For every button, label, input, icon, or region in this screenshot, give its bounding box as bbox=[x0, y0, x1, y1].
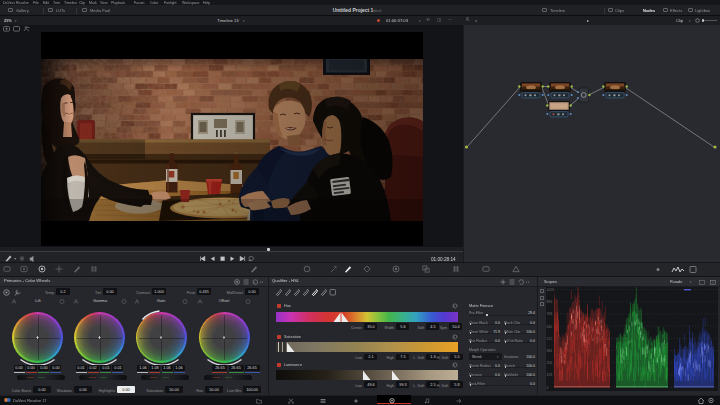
svg-text:896: 896 bbox=[547, 300, 553, 304]
svg-text:384: 384 bbox=[547, 349, 553, 353]
svg-text:640: 640 bbox=[547, 325, 553, 329]
svg-text:128: 128 bbox=[547, 373, 553, 377]
svg-text:256: 256 bbox=[547, 361, 553, 365]
svg-text:768: 768 bbox=[547, 312, 553, 316]
svg-text:512: 512 bbox=[547, 337, 553, 341]
svg-text:0: 0 bbox=[547, 386, 549, 390]
svg-text:1023: 1023 bbox=[547, 288, 555, 292]
